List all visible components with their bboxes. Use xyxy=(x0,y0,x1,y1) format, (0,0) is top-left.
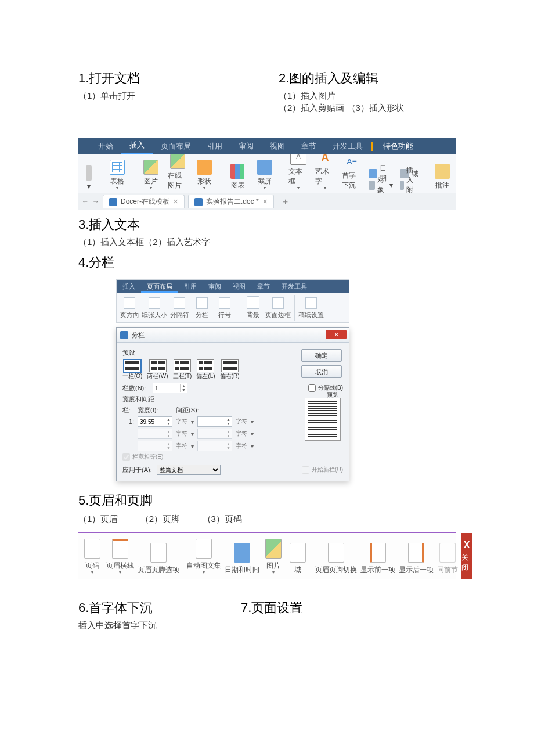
tool-picture-hf[interactable]: 图片▾ xyxy=(263,539,284,576)
ribbon-pagelayout: 插入 页面布局 引用 审阅 视图 章节 开发工具 页方向 纸张大小 分隔符 分栏… xyxy=(116,279,349,323)
section-3-p1: （1）插入文本框（2）插入艺术字 xyxy=(78,237,456,248)
app-icon xyxy=(120,331,128,339)
tool-object[interactable]: 对象▾ xyxy=(369,180,393,190)
preset-one[interactable]: 一栏(O) xyxy=(122,359,142,380)
close-header-footer-button[interactable]: X 关闭 xyxy=(461,533,472,579)
separator xyxy=(239,295,239,321)
menu2-review[interactable]: 审阅 xyxy=(203,280,227,293)
tool-online-picture[interactable]: 在线图片 xyxy=(165,154,190,193)
tool-letterset[interactable]: 稿纸设置 xyxy=(298,297,324,321)
gap-spinner-1[interactable]: ▲▼ xyxy=(197,416,232,427)
width-spinner-1[interactable]: ▲▼ xyxy=(138,416,172,427)
ribbon2-tools: 页方向 纸张大小 分隔符 分栏 行号 背景 页面边框 稿纸设置 xyxy=(117,293,349,322)
document-tabbar: ← → Docer-在线模板 ✕ 实验报告二.doc * ✕ ＋ xyxy=(78,193,456,210)
menu-view[interactable]: 视图 xyxy=(262,138,293,154)
tool-hf-switch[interactable]: 页眉页脚切换 xyxy=(315,543,357,576)
pagenumber-icon xyxy=(84,539,100,559)
menu-pagelayout[interactable]: 页面布局 xyxy=(153,138,199,154)
mini-group-2: 域 插入附件 xyxy=(398,167,421,193)
tool-background[interactable]: 背景 xyxy=(243,296,264,321)
dialog-close-button[interactable]: ✕ xyxy=(326,330,347,339)
tool-pagenumber[interactable]: 页码▾ xyxy=(82,539,103,576)
tool-shape[interactable]: 形状▾ xyxy=(192,160,217,193)
col-hd: 栏: xyxy=(122,406,134,415)
width-input-1[interactable] xyxy=(138,417,165,426)
tool-break[interactable]: 分隔符 xyxy=(169,297,190,321)
wordart-icon: A xyxy=(317,154,333,165)
width-hd: 宽度(I): xyxy=(138,406,172,415)
preset-three[interactable]: 三栏(T) xyxy=(173,359,192,380)
tool-lineno[interactable]: 行号 xyxy=(214,297,235,321)
tool-table[interactable]: 表格▾ xyxy=(105,160,129,193)
tool-show-prev[interactable]: 显示前一项 xyxy=(360,543,395,576)
table-icon xyxy=(110,160,125,175)
tab-docer[interactable]: Docer-在线模板 ✕ xyxy=(103,195,185,208)
menu-review[interactable]: 审阅 xyxy=(230,138,262,154)
preset-two[interactable]: 两栏(W) xyxy=(147,359,168,380)
gap-input-1[interactable] xyxy=(198,417,225,426)
close-tab-icon[interactable]: ✕ xyxy=(262,198,268,206)
tool-pageborder[interactable]: 页面边框 xyxy=(265,297,291,321)
menu-special[interactable]: 特色功能 xyxy=(375,138,421,154)
menu2-insert[interactable]: 插入 xyxy=(117,280,141,293)
menu-dev[interactable]: 开发工具 xyxy=(324,138,371,154)
break-icon xyxy=(174,297,185,309)
forward-icon[interactable]: → xyxy=(92,197,99,206)
tool-hf-options[interactable]: 页眉页脚选项 xyxy=(138,543,179,576)
tool-show-next[interactable]: 显示后一项 xyxy=(399,543,434,576)
preset-left[interactable]: 偏左(L) xyxy=(196,359,215,380)
tool-columns[interactable]: 分栏 xyxy=(192,297,212,321)
section-5-p2: （2）页脚 xyxy=(140,514,180,525)
preset-right[interactable]: 偏右(R) xyxy=(220,359,240,380)
section-2-title: 2.图的插入及编辑 xyxy=(279,70,456,87)
separator xyxy=(294,295,295,321)
tool-attachment[interactable]: 插入附件 xyxy=(400,180,418,190)
tool-datetime[interactable]: 日期和时间 xyxy=(225,543,259,576)
tool-autotext[interactable]: 自动图文集▾ xyxy=(186,539,221,576)
continuation-icon[interactable]: ▾ xyxy=(82,165,96,193)
menu-reference[interactable]: 引用 xyxy=(199,138,230,154)
tool-field-hf[interactable]: 域 xyxy=(287,543,308,576)
tool-textbox[interactable]: 文本框▾ xyxy=(286,154,311,193)
menu2-chapter[interactable]: 章节 xyxy=(251,280,276,293)
menu-chapter[interactable]: 章节 xyxy=(293,138,324,154)
picture-icon xyxy=(143,160,158,175)
menu2-view[interactable]: 视图 xyxy=(227,280,251,293)
tool-screenshot[interactable]: 截屏▾ xyxy=(252,160,277,193)
cols-spinner[interactable]: ▲▼ xyxy=(153,383,187,393)
back-icon[interactable]: ← xyxy=(82,197,89,206)
tool-comment[interactable]: 批注 xyxy=(430,164,454,193)
menu2-pagelayout[interactable]: 页面布局 xyxy=(141,280,178,293)
next-icon xyxy=(408,543,424,563)
width-spinner-3: ▲▼ xyxy=(138,441,172,451)
tool-chart[interactable]: 图表 xyxy=(226,164,250,193)
menu-start[interactable]: 开始 xyxy=(90,138,121,154)
screenshot-icon xyxy=(257,160,272,175)
special-bar-icon xyxy=(371,142,373,151)
tab-document[interactable]: 实验报告二.doc * ✕ xyxy=(188,195,274,208)
tool-orientation[interactable]: 页方向 xyxy=(119,297,140,321)
preview-box xyxy=(305,398,341,441)
tab-label: 实验报告二.doc * xyxy=(206,197,259,207)
comment-icon xyxy=(435,164,450,179)
tool-picture[interactable]: 图片▾ xyxy=(139,160,163,193)
new-tab-button[interactable]: ＋ xyxy=(277,196,293,207)
apply-select[interactable]: 整篇文档 xyxy=(157,465,221,475)
columns-icon xyxy=(196,297,208,309)
menu-insert[interactable]: 插入 xyxy=(121,138,153,154)
tool-same-as-prev[interactable]: 同前节 xyxy=(437,543,458,576)
tool-header-line[interactable]: 页眉横线▾ xyxy=(106,539,134,576)
tool-dropcap[interactable]: A≡首字下沉 xyxy=(340,154,364,193)
section-5-title: 5.页眉和页脚 xyxy=(78,492,456,509)
cancel-button[interactable]: 取消 xyxy=(301,365,342,378)
tool-wordart[interactable]: A艺术字▾ xyxy=(313,154,337,193)
cols-input[interactable] xyxy=(153,384,180,392)
ok-button[interactable]: 确定 xyxy=(301,349,342,362)
menu2-dev[interactable]: 开发工具 xyxy=(276,280,313,293)
menu2-reference[interactable]: 引用 xyxy=(178,280,203,293)
tool-papersize[interactable]: 纸张大小 xyxy=(142,297,167,321)
close-tab-icon[interactable]: ✕ xyxy=(173,198,178,206)
date-icon xyxy=(369,169,377,178)
ribbon2-menu: 插入 页面布局 引用 审阅 视图 章节 开发工具 xyxy=(117,280,349,293)
section-2-p2: （2）插入剪贴画 （3）插入形状 xyxy=(279,103,456,114)
